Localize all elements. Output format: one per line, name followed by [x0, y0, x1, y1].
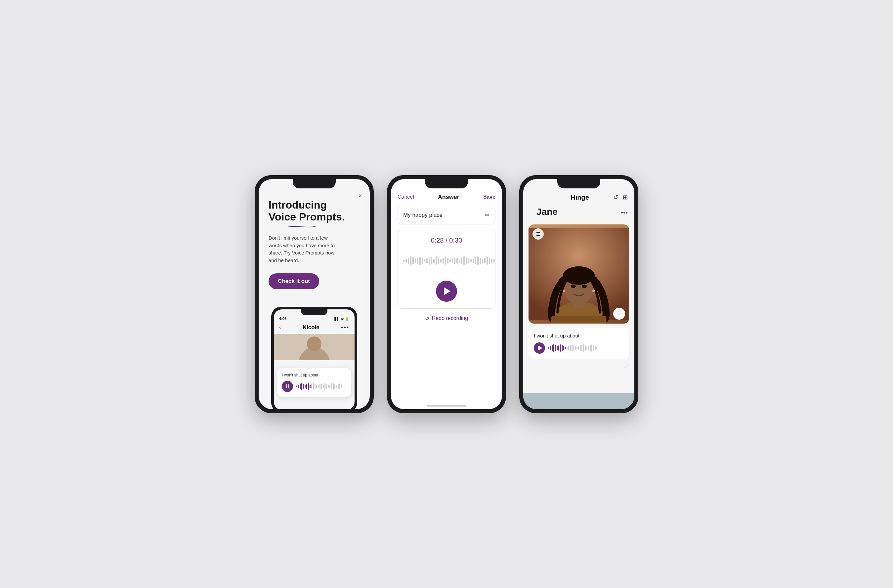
- phone-2: Cancel Answer Save My happy place ✏ 0:28…: [387, 175, 506, 413]
- wave-bar: [591, 344, 592, 352]
- voice-card-label: I won't shut up about: [282, 373, 347, 378]
- wave-bar: [450, 259, 451, 262]
- wave-bar: [573, 345, 574, 351]
- close-button[interactable]: ×: [358, 192, 362, 199]
- wave-bar: [550, 346, 551, 350]
- wave-bar: [313, 382, 314, 390]
- phone-3-content: Hinge ↺ ⊞ Jane •••: [523, 179, 634, 409]
- wave-bar: [583, 344, 584, 352]
- pause-icon: [286, 384, 289, 388]
- prompt-box: My happy place ✏: [398, 206, 495, 224]
- wave-bar: [578, 346, 579, 350]
- wave-bar: [316, 385, 317, 388]
- profile-name: Jane: [530, 205, 564, 221]
- wave-bar: [459, 259, 460, 263]
- wave-bar: [329, 384, 331, 388]
- wave-bar: [419, 256, 421, 265]
- wave-bar: [406, 259, 407, 263]
- wave-bar: [593, 345, 594, 351]
- wave-bar: [493, 259, 495, 262]
- svg-point-8: [571, 284, 576, 288]
- photo-overlay-icon: ☰: [532, 228, 544, 240]
- phones-container: × Introducing Voice Prompts. Don't limit…: [255, 175, 638, 413]
- phone-3-notch: [557, 179, 600, 188]
- phone-3: Hinge ↺ ⊞ Jane •••: [519, 175, 638, 413]
- wave-bar: [426, 258, 428, 263]
- title-underline: [269, 226, 335, 228]
- voice-player: [282, 381, 347, 392]
- wave-bar: [570, 345, 571, 351]
- wave-bar: [296, 386, 297, 387]
- phone-3-screen: Hinge ↺ ⊞ Jane •••: [523, 179, 634, 409]
- photo-heart-button[interactable]: ♡: [613, 308, 625, 320]
- wave-bar: [341, 384, 342, 388]
- wave-bar: [301, 383, 302, 390]
- bubble-icon: ☰: [536, 231, 540, 237]
- wave-bar: [403, 260, 404, 262]
- wave-bar: [491, 258, 493, 263]
- voice-play-button[interactable]: [534, 342, 545, 354]
- phone-2-screen: Cancel Answer Save My happy place ✏ 0:28…: [391, 179, 502, 409]
- wave-bar: [331, 383, 332, 389]
- profile-photo: [529, 224, 629, 324]
- wave-bar: [333, 383, 334, 390]
- pause-button[interactable]: [282, 381, 293, 392]
- wave-bar: [466, 258, 467, 264]
- inner-more-button[interactable]: •••: [341, 324, 349, 331]
- wave-bar: [325, 383, 325, 390]
- wave-bar: [575, 346, 576, 350]
- like-heart-button[interactable]: ♡: [623, 362, 629, 370]
- wave-bar: [428, 257, 430, 265]
- wave-bar: [438, 258, 439, 264]
- wave-bar: [562, 345, 562, 351]
- wave-bar: [433, 258, 434, 263]
- wave-bar: [482, 259, 483, 263]
- inner-phone-screen: 4:06 ▌▌ ≋ 🔋 ‹ Nicole •••: [274, 309, 355, 409]
- wave-bar: [422, 258, 423, 264]
- filter-icon[interactable]: ⊞: [623, 194, 628, 201]
- wave-bar: [596, 347, 597, 350]
- wave-bar: [408, 258, 409, 264]
- phone-1-content: × Introducing Voice Prompts. Don't limit…: [259, 179, 370, 409]
- cancel-button[interactable]: Cancel: [398, 194, 414, 200]
- wave-bar: [552, 345, 553, 351]
- wave-bar: [431, 257, 432, 264]
- phone-2-notch: [425, 179, 468, 188]
- wave-bar: [563, 346, 564, 350]
- wave-bar: [440, 259, 442, 263]
- wave-bar: [336, 385, 337, 388]
- phone-1: × Introducing Voice Prompts. Don't limit…: [255, 175, 374, 413]
- answer-title: Answer: [438, 194, 459, 201]
- inner-back-button[interactable]: ‹: [279, 325, 281, 330]
- wave-bar: [314, 384, 316, 389]
- heart-icon: ♡: [617, 310, 621, 316]
- wave-bar: [560, 344, 561, 352]
- voice-section: I won't shut up about: [529, 327, 629, 359]
- play-button[interactable]: [436, 280, 457, 302]
- wave-bar: [298, 385, 299, 388]
- heart-icon[interactable]: ♡: [342, 388, 347, 393]
- wave-bar: [328, 385, 329, 388]
- wave-bar: [568, 345, 569, 351]
- more-options-button[interactable]: •••: [621, 209, 628, 216]
- phone-1-description: Don't limit yourself to a few words when…: [269, 234, 341, 264]
- phone-1-notch: [293, 179, 336, 188]
- refresh-icon[interactable]: ↺: [613, 194, 618, 201]
- edit-icon[interactable]: ✏: [485, 212, 490, 219]
- wave-bar: [417, 258, 418, 264]
- wave-bar: [595, 346, 596, 350]
- wave-bar: [475, 257, 476, 264]
- redo-button[interactable]: ↺ Redo recording: [425, 315, 468, 322]
- svg-point-7: [563, 266, 595, 285]
- wave-bar: [489, 258, 490, 264]
- wave-bar: [303, 384, 304, 389]
- check-it-out-button[interactable]: Check it out: [269, 273, 319, 289]
- wave-bar: [567, 346, 568, 350]
- play-icon: [538, 345, 543, 351]
- bottom-nav-bar: [523, 393, 634, 409]
- wave-bar: [318, 385, 319, 388]
- inner-time: 4:06: [279, 316, 286, 321]
- save-button[interactable]: Save: [483, 194, 495, 200]
- wave-bar: [456, 258, 458, 264]
- wave-bar: [447, 258, 448, 263]
